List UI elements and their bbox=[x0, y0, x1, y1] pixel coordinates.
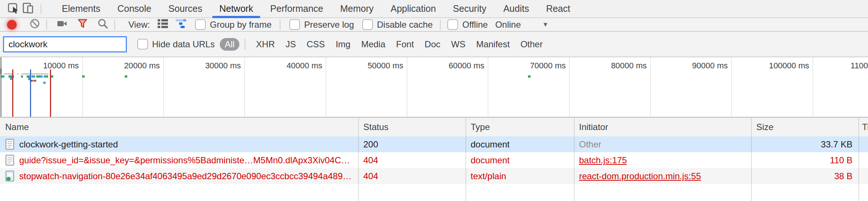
disable-cache-checkbox[interactable]: Disable cache bbox=[362, 19, 433, 30]
network-filter-bar: Hide data URLs AllXHRJSCSSImgMediaFontDo… bbox=[0, 32, 868, 57]
clear-icon bbox=[29, 18, 40, 31]
request-type: text/plain bbox=[471, 168, 506, 184]
timeline-tick-label: 110000 ms bbox=[824, 61, 868, 71]
divider bbox=[41, 4, 41, 14]
waterfall-mark bbox=[21, 75, 23, 78]
filter-input[interactable] bbox=[3, 36, 127, 52]
divider bbox=[114, 20, 115, 30]
preserve-log-checkbox[interactable]: Preserve log bbox=[289, 19, 354, 30]
timeline-tick-label: 10000 ms bbox=[12, 61, 79, 71]
waterfall-mark bbox=[125, 75, 127, 78]
column-header-type[interactable]: Type bbox=[471, 118, 490, 136]
filter-type-manifest[interactable]: Manifest bbox=[476, 39, 510, 50]
request-initiator-link[interactable]: batch.js:175 bbox=[579, 152, 627, 168]
filter-type-ws[interactable]: WS bbox=[451, 39, 465, 50]
checkbox-icon bbox=[289, 19, 300, 30]
record-icon[interactable] bbox=[7, 20, 17, 30]
column-header-name[interactable]: Name bbox=[5, 118, 29, 136]
column-header-time[interactable]: Time bbox=[862, 118, 868, 136]
inspect-element-button[interactable] bbox=[6, 1, 21, 16]
waterfall-mark bbox=[21, 73, 48, 75]
toggle-device-toolbar-button[interactable] bbox=[21, 1, 36, 16]
timeline-tick-label: 30000 ms bbox=[174, 61, 241, 71]
timeline-gridline bbox=[488, 57, 488, 117]
preserve-log-label: Preserve log bbox=[304, 20, 354, 30]
group-by-frame-checkbox[interactable]: Group by frame bbox=[195, 19, 272, 30]
waterfall-view-icon bbox=[176, 19, 187, 31]
overview-canvas[interactable]: 10000 ms20000 ms30000 ms40000 ms50000 ms… bbox=[0, 57, 868, 118]
tab-performance[interactable]: Performance bbox=[262, 0, 332, 17]
table-header-row: NameStatusTypeInitiatorSizeTime bbox=[0, 118, 868, 137]
column-header-status[interactable]: Status bbox=[363, 118, 388, 136]
waterfall-view-button[interactable] bbox=[176, 19, 187, 31]
devtools-tab-bar: ElementsConsoleSourcesNetworkPerformance… bbox=[0, 0, 868, 18]
filter-button[interactable] bbox=[77, 18, 88, 31]
disable-cache-label: Disable cache bbox=[377, 20, 433, 30]
tab-console[interactable]: Console bbox=[109, 0, 160, 17]
device-toolbar-icon bbox=[22, 2, 34, 16]
column-header-size[interactable]: Size bbox=[756, 118, 774, 136]
list-view-button[interactable] bbox=[157, 19, 168, 31]
tab-sources[interactable]: Sources bbox=[160, 0, 211, 17]
column-resize-handle[interactable] bbox=[858, 118, 859, 201]
tab-security[interactable]: Security bbox=[444, 0, 495, 17]
clear-button[interactable] bbox=[29, 18, 40, 31]
inspect-icon bbox=[7, 2, 20, 16]
filter-type-media[interactable]: Media bbox=[361, 39, 385, 50]
filter-type-css[interactable]: CSS bbox=[307, 39, 325, 50]
network-toolbar: View: Group by frame bbox=[0, 18, 868, 32]
tab-application[interactable]: Application bbox=[382, 0, 444, 17]
filter-type-font[interactable]: Font bbox=[396, 39, 414, 50]
request-row[interactable]: stopwatch-navigation-80e26e34af4063495a9… bbox=[0, 168, 868, 184]
request-size: 110 B bbox=[830, 152, 852, 168]
filter-icon bbox=[77, 18, 88, 31]
search-button[interactable] bbox=[97, 18, 108, 31]
request-status: 200 bbox=[363, 136, 378, 152]
throttling-selected-value: Online bbox=[495, 20, 521, 30]
timeline-gridline bbox=[82, 57, 83, 117]
timeline-tick-label: 70000 ms bbox=[499, 61, 566, 71]
filter-type-js[interactable]: JS bbox=[286, 39, 296, 50]
column-resize-handle[interactable] bbox=[465, 118, 466, 201]
checkbox-icon bbox=[137, 39, 148, 50]
throttling-dropdown[interactable]: Online ▼ bbox=[495, 20, 548, 30]
group-by-frame-label: Group by frame bbox=[210, 20, 272, 30]
tab-elements[interactable]: Elements bbox=[53, 0, 109, 17]
column-header-initiator[interactable]: Initiator bbox=[579, 118, 608, 136]
tab-memory[interactable]: Memory bbox=[332, 0, 382, 17]
column-resize-handle[interactable] bbox=[751, 118, 752, 201]
request-initiator-link[interactable]: react-dom.production.min.js:55 bbox=[579, 168, 701, 184]
capture-screenshots-button[interactable] bbox=[57, 18, 68, 31]
hide-data-urls-checkbox[interactable]: Hide data URLs bbox=[137, 39, 215, 50]
waterfall-mark bbox=[46, 75, 48, 78]
waterfall-mark bbox=[43, 82, 46, 84]
document-icon bbox=[5, 154, 15, 166]
domcontentloaded-event-line bbox=[30, 69, 31, 117]
timeline-gridline bbox=[163, 57, 164, 117]
timeline-gridline bbox=[650, 57, 651, 117]
request-row[interactable]: clockwork-getting-started200documentOthe… bbox=[0, 136, 868, 152]
timeline-tick-label: 40000 ms bbox=[256, 61, 322, 71]
column-resize-handle[interactable] bbox=[574, 118, 575, 201]
filter-type-doc[interactable]: Doc bbox=[425, 39, 441, 50]
request-name: stopwatch-navigation-80e26e34af4063495a9… bbox=[19, 168, 351, 184]
column-resize-handle[interactable] bbox=[358, 118, 359, 201]
checkbox-icon bbox=[447, 19, 458, 30]
tab-network[interactable]: Network bbox=[211, 0, 262, 17]
offline-checkbox[interactable]: Offline bbox=[447, 19, 488, 30]
tab-strip: ElementsConsoleSourcesNetworkPerformance… bbox=[53, 0, 579, 17]
filter-type-other[interactable]: Other bbox=[521, 39, 543, 50]
dropdown-arrow-icon: ▼ bbox=[542, 21, 549, 28]
request-initiator: Other bbox=[579, 136, 601, 152]
filter-type-all[interactable]: All bbox=[220, 38, 239, 51]
request-row[interactable]: guide?issue_id=&issue_key=&permissions%5… bbox=[0, 152, 868, 168]
timeline-gridline bbox=[731, 57, 732, 117]
tab-react[interactable]: React bbox=[538, 0, 579, 17]
divider bbox=[245, 39, 245, 50]
request-size: 38 B bbox=[834, 168, 852, 184]
filter-type-xhr[interactable]: XHR bbox=[256, 39, 275, 50]
tab-audits[interactable]: Audits bbox=[495, 0, 537, 17]
filter-type-img[interactable]: Img bbox=[336, 39, 350, 50]
divider bbox=[280, 20, 280, 30]
waterfall-mark bbox=[0, 68, 2, 74]
